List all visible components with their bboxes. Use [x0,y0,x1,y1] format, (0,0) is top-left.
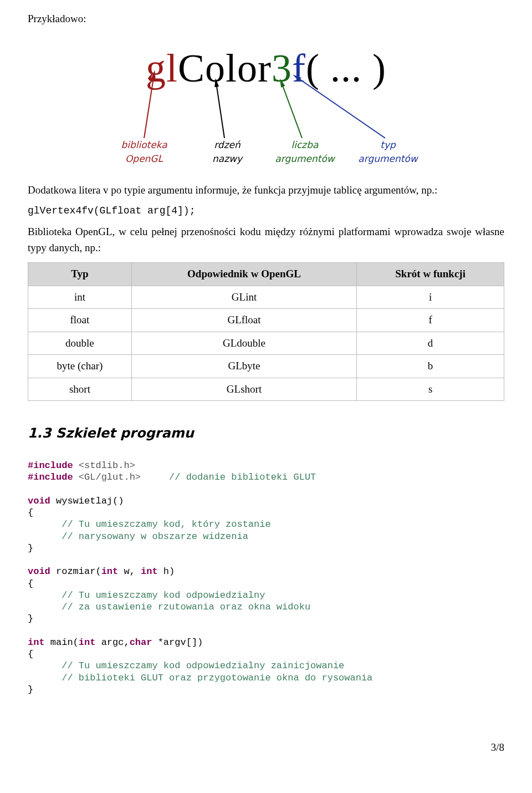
label-argtype-l2: argumentów [358,153,417,164]
th-opengl: Odpowiednik w OpenGL [131,263,356,286]
paragraph-1: Dodatkowa litera v po typie argumentu in… [28,182,504,199]
inc-glut: <GL/glut.h> [73,472,141,482]
cell: GLshort [131,378,356,401]
label-library-l1: biblioteka [121,139,167,150]
brace-open: { [28,578,33,589]
fn-wyswietlaj: wyswietlaj() [50,496,124,506]
table-row: float GLfloat f [28,309,504,332]
table-row: byte (char) GLbyte b [28,355,504,378]
cell: i [357,286,504,309]
cmt-1a: // Tu umieszczamy kod, który zostanie [28,519,271,530]
fn-rozmiar-a: rozmiar( [50,566,101,577]
th-type: Typ [28,263,132,286]
table-row: int GLint i [28,286,504,309]
label-stem: rdzeń nazwy [188,138,266,166]
cell: s [357,378,504,401]
cell: f [357,309,504,332]
kw-void: void [28,566,50,577]
table-row: double GLdouble d [28,332,504,355]
cmt-glut: // dodanie biblioteki GLUT [141,472,316,482]
cmt-3a: // Tu umieszczamy kod odpowiedzialny zai… [28,660,344,671]
cell: float [28,309,132,332]
label-stem-l2: nazwy [212,153,242,164]
glcolor-diagram: glColor3f( ... ) biblioteka OpenGL rdzeń… [72,38,460,166]
cell: GLint [131,286,356,309]
brace-close: } [28,613,33,624]
kw-char: char [130,637,152,648]
intro-heading: Przykładowo: [28,11,504,27]
cmt-2b: // za ustawienie rzutowania oraz okna wi… [28,602,310,612]
label-library-l2: OpenGL [125,153,163,164]
types-table: Typ Odpowiednik w OpenGL Skrót w funkcji… [28,262,504,401]
kw-include: #include [28,472,73,482]
fn-main-c: *argv[]) [152,637,203,648]
fn-rozmiar-c: h) [158,566,175,577]
label-library: biblioteka OpenGL [105,138,183,166]
inc-stdlib: <stdlib.h> [73,460,135,471]
inline-code-example: glVertex4fv(GLfloat arg[4]); [28,204,504,218]
paragraph-2: Biblioteka OpenGL, w celu pełnej przenoś… [28,224,504,256]
arrow-stem [211,77,233,141]
cell: byte (char) [28,355,132,378]
fn-main-b: argc, [95,637,129,648]
page-number: 3/8 [28,740,504,756]
brace-open: { [28,649,33,659]
kw-include: #include [28,460,73,471]
cell: double [28,332,132,355]
svg-line-7 [296,77,385,138]
arrow-atype [291,72,391,141]
label-argtype: typ argumentów [349,138,427,166]
fn-main-a: main( [45,637,79,648]
cell: int [28,286,132,309]
cmt-3b: // biblioteki GLUT oraz przygotowanie ok… [28,673,372,683]
cell: short [28,378,132,401]
label-argtype-l1: typ [380,139,396,150]
table-row: short GLshort s [28,378,504,401]
cell: b [357,355,504,378]
svg-line-1 [144,74,154,138]
label-argcount: liczba argumentów [266,138,344,166]
kw-int: int [79,637,96,648]
kw-int: int [28,637,45,648]
kw-int: int [141,566,158,577]
brace-open: { [28,507,33,518]
label-argcount-l1: liczba [291,139,319,150]
cmt-1b: // narysowany w obszarze widzenia [28,531,248,542]
arrow-gl [139,69,161,141]
fn-rozmiar-b: w, [118,566,141,577]
svg-line-3 [216,83,224,138]
cmt-2a: // Tu umieszczamy kod odpowiedzialny [28,590,265,601]
table-header-row: Typ Odpowiednik w OpenGL Skrót w funkcji [28,263,504,286]
cell: GLfloat [131,309,356,332]
code-block: #include <stdlib.h> #include <GL/glut.h>… [28,460,504,695]
cell: GLbyte [131,355,356,378]
kw-void: void [28,496,50,506]
cell: GLdouble [131,332,356,355]
brace-close: } [28,543,33,553]
section-heading: 1.3 Szkielet programu [28,423,504,443]
th-abbr: Skrót w funkcji [357,263,504,286]
label-argcount-l2: argumentów [275,153,334,164]
cell: d [357,332,504,355]
brace-close: } [28,684,33,695]
label-stem-l1: rdzeń [214,139,241,150]
kw-int: int [101,566,119,577]
